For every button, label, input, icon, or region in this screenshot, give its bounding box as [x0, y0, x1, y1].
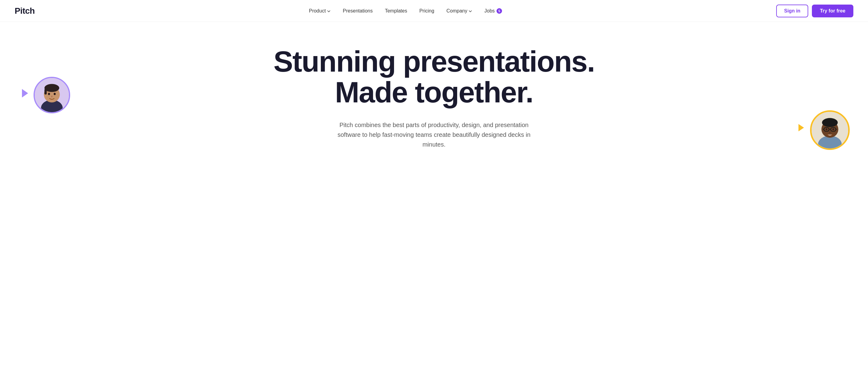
right-arrow-icon [799, 124, 804, 131]
try-for-free-button[interactable]: Try for free [812, 5, 854, 17]
chevron-down-icon [327, 9, 331, 13]
nav-label-jobs: Jobs [484, 8, 495, 14]
nav-item-pricing[interactable]: Pricing [414, 6, 439, 16]
navbar: Pitch Product Presentations Templates Pr… [0, 0, 868, 22]
hero-headline-line2: Made together. [274, 77, 595, 108]
svg-point-19 [829, 131, 831, 133]
avatar-left [34, 77, 70, 113]
nav-label-presentations: Presentations [343, 8, 373, 14]
svg-point-5 [48, 93, 50, 95]
logo[interactable]: Pitch [14, 6, 35, 16]
svg-point-17 [826, 128, 828, 130]
nav-item-product[interactable]: Product [304, 6, 336, 16]
hero-subtext: Pitch combines the best parts of product… [330, 120, 538, 149]
svg-point-18 [832, 128, 834, 130]
navbar-actions: Sign in Try for free [776, 5, 854, 17]
jobs-badge: 5 [497, 8, 502, 14]
nav-item-templates[interactable]: Templates [380, 6, 412, 16]
nav-menu: Product Presentations Templates Pricing … [304, 6, 507, 16]
nav-item-jobs[interactable]: Jobs 5 [479, 6, 507, 16]
avatar-left-image [35, 78, 69, 112]
avatar-right [810, 110, 850, 150]
svg-point-11 [822, 118, 838, 127]
hero-headline: Stunning presentations. Made together. [274, 46, 595, 108]
hero-headline-line1: Stunning presentations. [274, 46, 595, 77]
hero-section: Stunning presentations. Made together. P… [0, 22, 868, 168]
svg-rect-4 [44, 89, 46, 95]
avatar-right-image [812, 112, 848, 148]
nav-label-product: Product [309, 8, 326, 14]
nav-label-company: Company [446, 8, 467, 14]
chevron-down-icon-company [468, 9, 472, 13]
left-arrow-icon [22, 89, 28, 98]
nav-label-pricing: Pricing [420, 8, 434, 14]
nav-item-company[interactable]: Company [442, 6, 477, 16]
nav-item-presentations[interactable]: Presentations [338, 6, 378, 16]
nav-label-templates: Templates [385, 8, 407, 14]
hero-text-area: Stunning presentations. Made together. P… [274, 46, 595, 149]
svg-point-6 [54, 93, 56, 95]
signin-button[interactable]: Sign in [776, 5, 808, 17]
svg-point-7 [51, 96, 53, 98]
